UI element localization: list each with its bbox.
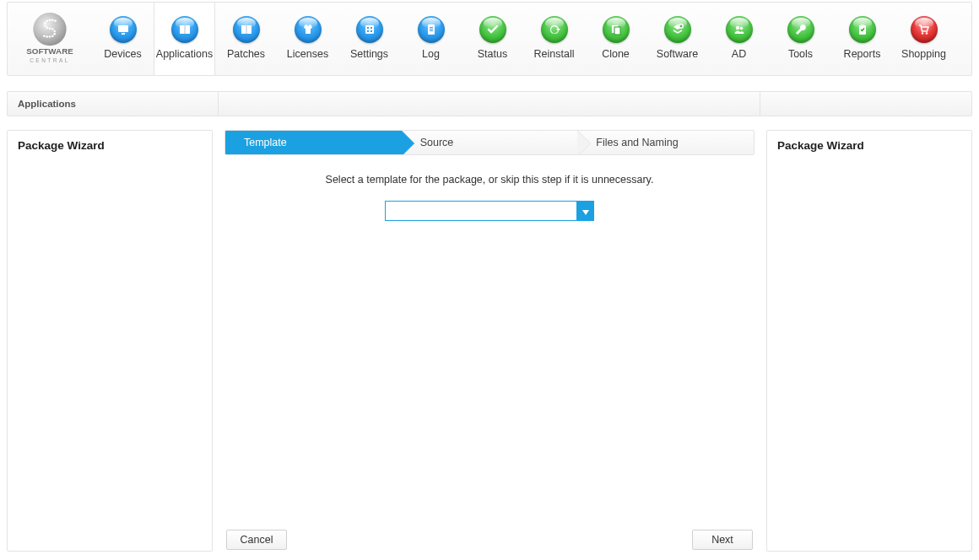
nav-label: Reinstall [534, 48, 575, 60]
shirt-icon [295, 16, 322, 43]
left-panel-title: Package Wizard [18, 139, 202, 152]
nav-label: Licenses [287, 48, 328, 60]
wrench-icon [787, 16, 814, 43]
template-select[interactable] [385, 201, 594, 221]
nav-patches[interactable]: Patches [215, 3, 277, 75]
book-icon [233, 16, 260, 43]
nav-settings[interactable]: Settings [338, 3, 400, 75]
section-bar-right [760, 92, 971, 116]
svg-point-32 [53, 33, 56, 35]
svg-point-34 [49, 35, 51, 38]
svg-point-27 [44, 24, 46, 27]
svg-point-23 [51, 19, 54, 22]
svg-point-33 [51, 35, 54, 37]
check-icon [479, 16, 506, 43]
svg-point-31 [53, 30, 56, 33]
wizard-step-3[interactable]: Files and Naming [577, 131, 754, 154]
nav-software[interactable]: Software [646, 3, 708, 75]
wizard-footer: Cancel Next [224, 530, 755, 552]
brand-bottom-text: CENTRAL [30, 57, 70, 63]
nav-label: Shopping [901, 48, 946, 60]
cart-icon [911, 16, 938, 43]
nav-log[interactable]: Log [400, 3, 462, 75]
nav-label: Applications [156, 48, 213, 60]
nav-label: Devices [104, 48, 141, 60]
nav-label: Tools [788, 48, 813, 60]
monitor-icon [110, 16, 137, 43]
nav-label: Status [478, 48, 507, 60]
nav-clone[interactable]: Clone [585, 3, 646, 75]
wizard-step-label: Source [420, 137, 454, 148]
next-button[interactable]: Next [692, 530, 753, 550]
svg-point-30 [51, 28, 54, 30]
nav-label: AD [732, 48, 746, 60]
wizard-step-2[interactable]: Source [402, 131, 578, 154]
svg-point-36 [43, 35, 46, 37]
chevron-down-icon [582, 203, 589, 218]
nav-shopping[interactable]: Shopping [893, 3, 955, 75]
nav-label: Log [422, 48, 440, 60]
right-panel-title: Package Wizard [777, 139, 961, 152]
brand-top-text: SOFTWARE [26, 46, 73, 56]
nav-ad[interactable]: AD [708, 3, 770, 75]
svg-point-24 [49, 19, 51, 22]
left-panel: Package Wizard [7, 130, 213, 552]
breadcrumb: Applications [8, 92, 219, 116]
next-button-label: Next [711, 534, 733, 546]
book-icon [171, 16, 198, 43]
svg-point-28 [46, 27, 48, 30]
template-select-dropdown-button[interactable] [577, 201, 594, 221]
svg-point-22 [54, 19, 57, 22]
cycle-icon [541, 16, 568, 43]
nav-devices[interactable]: Devices [92, 3, 154, 75]
wizard-steps: TemplateSourceFiles and Naming [224, 130, 755, 155]
paper-icon [418, 16, 445, 43]
nav-label: Software [657, 48, 698, 60]
wizard-step-1[interactable]: Template [225, 131, 402, 154]
wizard-body: Select a template for the package, or sk… [224, 155, 755, 530]
main-panel: TemplateSourceFiles and Naming Select a … [224, 130, 755, 552]
nav-label: Clone [602, 48, 630, 60]
clipboard-icon [849, 16, 876, 43]
nav-label: Reports [844, 48, 881, 60]
right-panel: Package Wizard [766, 130, 972, 552]
brand-logo: SOFTWARE CENTRAL [8, 3, 92, 75]
nav-reports[interactable]: Reports [831, 3, 893, 75]
template-select-input[interactable] [385, 201, 577, 221]
nav-label: Patches [227, 48, 265, 60]
nav-tools[interactable]: Tools [770, 3, 831, 75]
nav-label: Settings [350, 48, 388, 60]
wizard-step-label: Template [244, 137, 287, 148]
section-bar-middle [219, 92, 760, 116]
users-icon [726, 16, 753, 43]
svg-point-26 [44, 22, 46, 24]
wizard-step-label: Files and Naming [596, 137, 678, 148]
svg-point-35 [46, 35, 48, 38]
cancel-button[interactable]: Cancel [226, 530, 287, 550]
sliders-icon [356, 16, 383, 43]
main-toolbar: SOFTWARE CENTRAL DevicesApplicationsPatc… [7, 2, 972, 76]
plus-icon [664, 16, 691, 43]
copy-icon [603, 16, 630, 43]
nav-applications[interactable]: Applications [154, 3, 215, 75]
breadcrumb-label: Applications [18, 99, 76, 109]
cancel-button-label: Cancel [241, 534, 273, 546]
workspace: Package Wizard TemplateSourceFiles and N… [7, 130, 972, 552]
svg-point-29 [49, 27, 51, 30]
nav-reinstall[interactable]: Reinstall [523, 3, 585, 75]
section-bar: Applications [7, 91, 972, 116]
nav-licenses[interactable]: Licenses [277, 3, 338, 75]
nav-status[interactable]: Status [462, 3, 523, 75]
wizard-instruction: Select a template for the package, or sk… [326, 174, 654, 186]
svg-point-25 [46, 19, 48, 22]
